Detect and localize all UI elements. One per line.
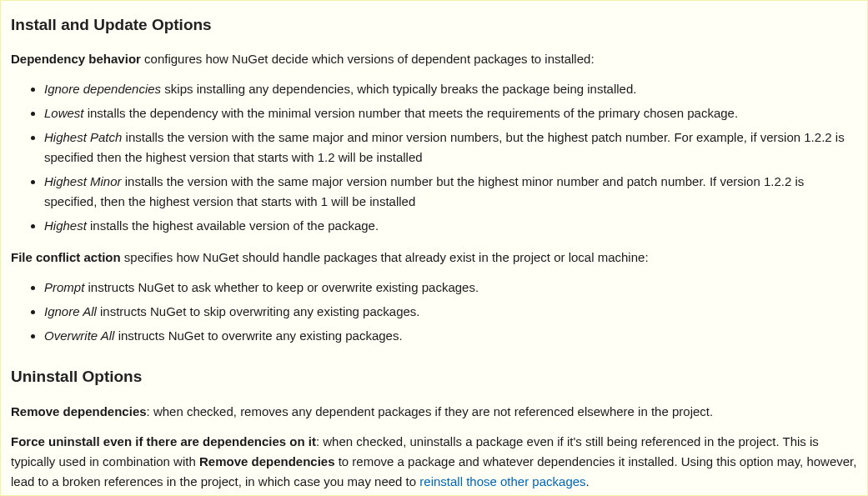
file-conflict-intro: File conflict action specifies how NuGet… xyxy=(11,248,857,268)
dependency-behavior-intro: Dependency behavior configures how NuGet… xyxy=(11,49,857,69)
dep-term: Highest Patch xyxy=(44,130,122,144)
list-item: Highest installs the highest available v… xyxy=(44,216,857,236)
dependency-behavior-term: Dependency behavior xyxy=(11,52,141,66)
remove-dependencies-para: Remove dependencies: when checked, remov… xyxy=(11,402,857,422)
dependency-behavior-text: configures how NuGet decide which versio… xyxy=(141,52,595,66)
force-uninstall-text3: . xyxy=(586,474,590,488)
dep-desc: skips installing any dependencies, which… xyxy=(161,82,636,96)
remove-dependencies-text: : when checked, removes any dependent pa… xyxy=(147,404,714,418)
dep-desc: installs the version with the same major… xyxy=(44,130,845,164)
force-uninstall-inner-term: Remove dependencies xyxy=(199,454,335,468)
file-term: Ignore All xyxy=(44,304,97,318)
dep-desc: installs the version with the same major… xyxy=(44,174,804,208)
dependency-behavior-list: Ignore dependencies skips installing any… xyxy=(11,79,857,236)
dep-desc: installs the dependency with the minimal… xyxy=(84,106,739,120)
dep-term: Highest Minor xyxy=(44,174,122,188)
file-conflict-term: File conflict action xyxy=(11,250,121,264)
dep-term: Ignore dependencies xyxy=(44,82,161,96)
list-item: Prompt instructs NuGet to ask whether to… xyxy=(44,278,857,298)
uninstall-options-heading: Uninstall Options xyxy=(11,364,857,389)
file-term: Overwrite All xyxy=(44,328,114,343)
dep-term: Highest xyxy=(44,218,87,233)
list-item: Highest Minor installs the version with … xyxy=(44,172,857,212)
list-item: Overwrite All instructs NuGet to overwri… xyxy=(44,326,857,346)
force-uninstall-para: Force uninstall even if there are depend… xyxy=(11,432,857,492)
dep-term: Lowest xyxy=(44,106,84,120)
reinstall-packages-link[interactable]: reinstall those other packages xyxy=(419,474,585,488)
list-item: Lowest installs the dependency with the … xyxy=(44,103,857,123)
file-term: Prompt xyxy=(44,280,84,294)
dep-desc: installs the highest available version o… xyxy=(87,218,379,233)
file-desc: instructs NuGet to skip overwriting any … xyxy=(97,304,420,318)
install-update-heading: Install and Update Options xyxy=(11,13,857,38)
file-desc: instructs NuGet to ask whether to keep o… xyxy=(84,280,479,294)
file-conflict-text: specifies how NuGet should handle packag… xyxy=(121,250,649,264)
force-uninstall-term: Force uninstall even if there are depend… xyxy=(11,434,316,448)
list-item: Ignore dependencies skips installing any… xyxy=(44,79,857,99)
file-conflict-list: Prompt instructs NuGet to ask whether to… xyxy=(11,278,857,346)
file-desc: instructs NuGet to overwrite any existin… xyxy=(114,328,402,343)
list-item: Ignore All instructs NuGet to skip overw… xyxy=(44,302,857,322)
list-item: Highest Patch installs the version with … xyxy=(44,128,857,168)
remove-dependencies-term: Remove dependencies xyxy=(11,404,147,418)
